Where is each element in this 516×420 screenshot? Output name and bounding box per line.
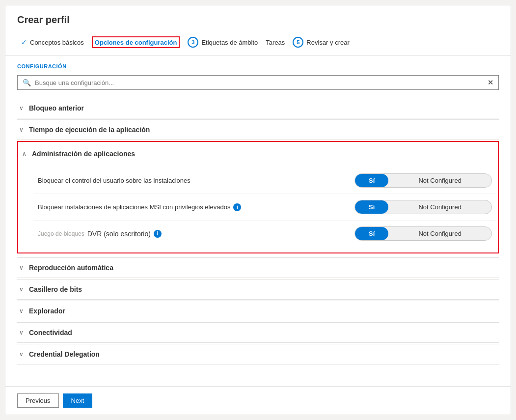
accordion-conectividad: ∨ Conectividad [17, 322, 499, 343]
info-icon-1[interactable]: i [233, 203, 241, 211]
step-3[interactable]: 3 Etiquetas de ámbito [184, 35, 262, 50]
accordion-reproduccion-header[interactable]: ∨ Reproducción automática [17, 257, 499, 278]
accordion-reproduccion: ∨ Reproducción automática [17, 257, 499, 278]
accordion-casillero-header[interactable]: ∨ Casillero de bits [17, 279, 499, 300]
wizard-steps: ✓ Conceptos básicos Opciones de configur… [17, 34, 499, 50]
step-2[interactable]: Opciones de configuración [88, 34, 184, 50]
setting-label-bloquear-msi: Bloquear instalaciones de aplicaciones M… [38, 203, 349, 211]
section-title: CONFIGURACIÓN [17, 63, 499, 69]
setting-label-text-1: Bloquear el control del usuario sobre la… [38, 177, 190, 184]
chevron-down-icon-6: ∨ [17, 329, 25, 336]
accordion-conectividad-header[interactable]: ∨ Conectividad [17, 322, 499, 343]
setting-row-bloquear-control: Bloquear el control del usuario sobre la… [34, 168, 496, 194]
toggle-not-configured-btn-1[interactable]: Not Configured [388, 174, 491, 187]
step-3-circle: 3 [188, 37, 198, 48]
toggle-bloquear-msi: Sí Not Configured [354, 200, 492, 214]
toggle-dvr: Sí Not Configured [354, 226, 492, 241]
next-button[interactable]: Next [63, 393, 93, 408]
accordion-explorador-header[interactable]: ∨ Explorador [17, 301, 499, 321]
content-area: CONFIGURACIÓN 🔍 ✕ ∨ Bloqueo anterior ∨ T… [5, 56, 511, 386]
chevron-down-icon-4: ∨ [17, 286, 25, 293]
step-1[interactable]: ✓ Conceptos básicos [17, 36, 88, 48]
search-input[interactable] [35, 79, 484, 86]
step-5[interactable]: 5 Revisar y crear [289, 35, 353, 50]
toggle-si-btn-3[interactable]: Sí [355, 227, 388, 240]
accordion-credential-label: Credential Delegation [29, 350, 100, 358]
page-header: Crear perfil ✓ Conceptos básicos Opcione… [5, 5, 511, 56]
accordion-tiempo-ejecucion-label: Tiempo de ejecución de la aplicación [29, 126, 150, 134]
accordion-conectividad-label: Conectividad [29, 329, 72, 336]
accordion-administracion-highlighted: ∧ Administración de aplicaciones Bloquea… [17, 141, 499, 253]
accordion-bloqueo-anterior-label: Bloqueo anterior [29, 104, 84, 112]
setting-label-bloquear-control: Bloquear el control del usuario sobre la… [38, 177, 349, 184]
toggle-not-configured-btn-3[interactable]: Not Configured [388, 227, 491, 240]
setting-row-bloquear-msi: Bloquear instalaciones de aplicaciones M… [34, 194, 496, 220]
setting-label-text-3: DVR (solo escritorio) [87, 230, 151, 238]
step-1-label: Conceptos básicos [30, 39, 84, 46]
toggle-si-btn-1[interactable]: Sí [355, 174, 388, 187]
info-icon-2[interactable]: i [154, 230, 162, 238]
chevron-down-icon-2: ∨ [17, 126, 25, 133]
setting-label-text-2: Bloquear instalaciones de aplicaciones M… [38, 203, 230, 211]
accordion-explorador: ∨ Explorador [17, 301, 499, 321]
setting-label-dvr: Juego de bloques DVR (solo escritorio) i [38, 230, 349, 238]
step-5-circle: 5 [293, 37, 303, 48]
chevron-down-icon-7: ∨ [17, 351, 25, 358]
chevron-down-icon-5: ∨ [17, 308, 25, 314]
step-2-active-box: Opciones de configuración [92, 36, 180, 48]
accordion-explorador-label: Explorador [29, 307, 65, 315]
accordion-administracion-header[interactable]: ∧ Administración de aplicaciones [20, 144, 496, 164]
search-icon: 🔍 [23, 79, 31, 86]
search-clear-icon[interactable]: ✕ [488, 79, 493, 86]
previous-button[interactable]: Previous [17, 393, 59, 408]
accordion-credential-header[interactable]: ∨ Credential Delegation [17, 344, 499, 364]
step-3-label: Etiquetas de ámbito [201, 39, 258, 46]
chevron-up-icon: ∧ [20, 150, 28, 157]
accordion-reproduccion-label: Reproducción automática [29, 264, 113, 272]
toggle-bloquear-control: Sí Not Configured [354, 173, 492, 188]
accordion-bloqueo-anterior-header[interactable]: ∨ Bloqueo anterior [17, 98, 499, 118]
step-1-check-icon: ✓ [21, 38, 27, 46]
toggle-si-btn-2[interactable]: Sí [355, 200, 388, 214]
step-4-label: Tareas [266, 39, 285, 46]
setting-row-dvr: Juego de bloques DVR (solo escritorio) i… [34, 220, 496, 247]
accordion-administracion-body: Bloquear el control del usuario sobre la… [20, 164, 496, 251]
accordion-administracion-label: Administración de aplicaciones [32, 150, 135, 158]
accordion-casillero-label: Casillero de bits [29, 285, 82, 293]
search-bar: 🔍 ✕ [17, 75, 499, 90]
chevron-down-icon: ∨ [17, 105, 25, 112]
accordion-tiempo-ejecucion: ∨ Tiempo de ejecución de la aplicación [17, 119, 499, 140]
page-container: Crear perfil ✓ Conceptos básicos Opcione… [5, 5, 511, 415]
step-4[interactable]: Tareas [262, 37, 289, 48]
chevron-down-icon-3: ∨ [17, 264, 25, 271]
toggle-not-configured-btn-2[interactable]: Not Configured [388, 200, 491, 214]
accordion-tiempo-ejecucion-header[interactable]: ∨ Tiempo de ejecución de la aplicación [17, 119, 499, 140]
step-5-label: Revisar y crear [306, 39, 349, 46]
accordion-bloqueo-anterior: ∨ Bloqueo anterior [17, 98, 499, 118]
accordion-casillero: ∨ Casillero de bits [17, 279, 499, 300]
step-2-label: Opciones de configuración [95, 39, 177, 46]
page-title: Crear perfil [17, 14, 499, 26]
accordion-credential: ∨ Credential Delegation [17, 344, 499, 364]
footer-bar: Previous Next [5, 386, 511, 415]
setting-strikethrough-text: Juego de bloques [38, 230, 84, 237]
